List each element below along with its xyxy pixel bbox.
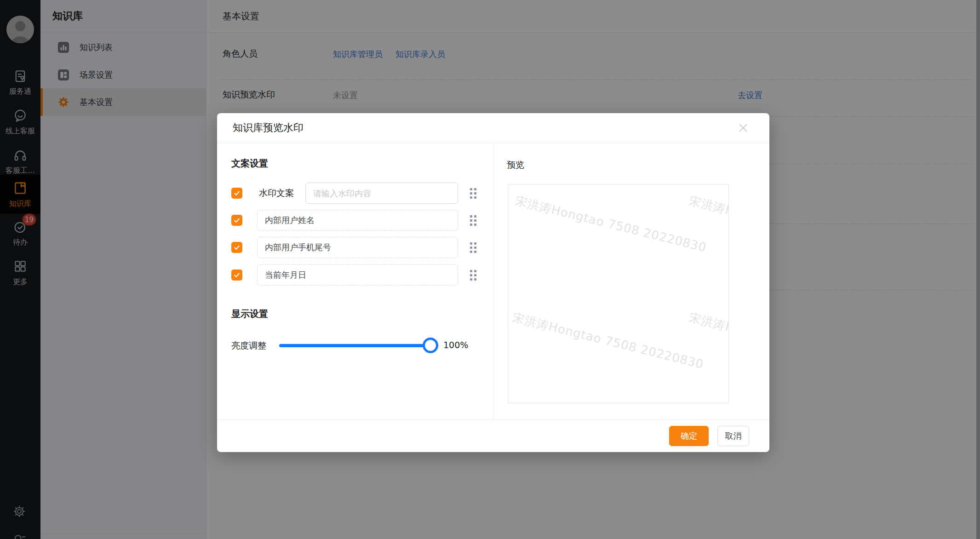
preview-heading: 预览 (507, 159, 524, 171)
drag-handle-icon[interactable] (470, 242, 476, 252)
watermark-preview-box: 宋洪涛Hongtao 7508 20220830 宋洪涛Hongtao 7508… (508, 184, 729, 403)
current-date-item[interactable]: 当前年月日 (257, 264, 458, 286)
drag-handle-icon[interactable] (470, 215, 476, 225)
drag-handle-icon[interactable] (470, 188, 476, 198)
modal-header: 知识库预览水印 (217, 113, 769, 143)
column-divider (493, 143, 493, 419)
brightness-slider-track[interactable] (279, 344, 437, 347)
app-root: 服务通 线上客服 客服工… 知识库 (0, 0, 980, 539)
watermark-text-label: 水印文案 (259, 187, 294, 199)
phone-tail-checkbox[interactable] (231, 242, 242, 253)
copy-settings-heading: 文案设置 (231, 157, 268, 170)
brightness-slider-thumb[interactable] (423, 338, 438, 353)
close-icon[interactable] (737, 122, 749, 134)
internal-name-checkbox[interactable] (231, 215, 242, 226)
current-date-checkbox[interactable] (231, 270, 242, 281)
brightness-value: 100% (443, 340, 468, 350)
watermark-text-checkbox[interactable] (231, 188, 242, 199)
confirm-button[interactable]: 确定 (669, 426, 709, 446)
watermark-sample: 宋洪涛Hongtao 7508 20220830 (514, 193, 708, 256)
modal-body: 文案设置 水印文案 内部用户姓名 内部用户手机尾号 (217, 143, 769, 419)
cancel-button[interactable]: 取消 (717, 426, 749, 446)
modal-footer: 确定 取消 (217, 419, 769, 452)
phone-tail-item[interactable]: 内部用户手机尾号 (257, 237, 458, 258)
modal-title: 知识库预览水印 (233, 121, 304, 135)
internal-name-item[interactable]: 内部用户姓名 (257, 210, 458, 231)
drag-handle-icon[interactable] (470, 270, 476, 280)
watermark-modal: 知识库预览水印 文案设置 水印文案 内部用户姓名 (217, 113, 769, 452)
watermark-text-input[interactable] (305, 183, 458, 204)
display-settings-heading: 显示设置 (231, 308, 268, 320)
watermark-sample: 宋洪涛Hongtao 7508 20220830 (511, 310, 705, 373)
brightness-label: 亮度调整 (231, 340, 266, 352)
